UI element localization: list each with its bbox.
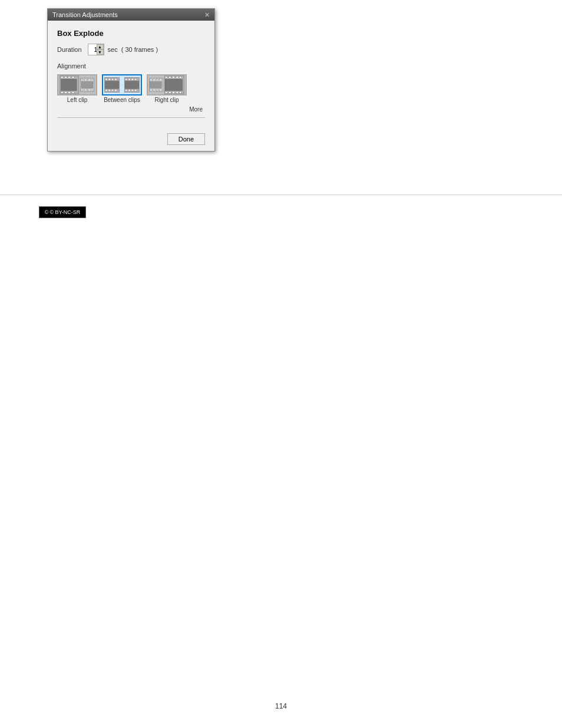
svg-rect-7 (68, 92, 71, 94)
svg-rect-40 (153, 79, 156, 81)
duration-input-wrap[interactable]: ▲ ▼ (88, 44, 104, 55)
page-number: 114 (275, 702, 287, 710)
duration-frames: ( 30 frames ) (121, 46, 158, 53)
svg-rect-9 (61, 79, 77, 91)
svg-rect-5 (61, 92, 63, 94)
left-clip-icon (57, 74, 97, 95)
svg-rect-35 (131, 90, 134, 91)
svg-rect-23 (105, 90, 108, 91)
between-clips-label: Between clips (104, 97, 140, 104)
svg-rect-29 (125, 78, 127, 80)
svg-rect-25 (111, 90, 114, 91)
svg-rect-12 (84, 79, 87, 81)
svg-rect-33 (125, 90, 127, 91)
svg-rect-51 (173, 77, 175, 78)
svg-rect-4 (72, 77, 74, 78)
svg-rect-22 (115, 78, 117, 80)
svg-rect-2 (65, 77, 67, 78)
svg-rect-13 (88, 79, 91, 81)
cc-license-badge: © © BY-NC-SR (39, 206, 86, 218)
divider (57, 117, 205, 118)
svg-rect-39 (150, 79, 153, 81)
done-button[interactable]: Done (167, 133, 205, 145)
svg-rect-15 (84, 89, 87, 91)
left-clip-option[interactable]: Left clip (57, 74, 97, 104)
svg-rect-19 (105, 78, 108, 80)
duration-row: Duration ▲ ▼ sec ( 30 frames ) (57, 44, 205, 55)
alignment-label: Alignment (57, 62, 205, 70)
svg-rect-20 (108, 78, 111, 80)
svg-rect-44 (153, 89, 156, 91)
svg-rect-53 (179, 77, 181, 78)
duration-unit: sec (108, 46, 118, 53)
svg-rect-54 (165, 92, 167, 94)
svg-rect-21 (111, 78, 114, 80)
svg-rect-50 (169, 77, 171, 78)
svg-rect-55 (169, 92, 171, 94)
transition-adjustments-dialog: Transition Adjustments ✕ Box Explode Dur… (47, 8, 215, 151)
svg-rect-16 (88, 89, 91, 91)
more-text[interactable]: More (57, 106, 205, 113)
alignment-options: Left clip (57, 74, 205, 104)
svg-rect-1 (61, 77, 63, 78)
between-clips-option[interactable]: Between clips (102, 74, 142, 104)
cc-text: © BY-NC-SR (49, 209, 80, 215)
dialog-titlebar: Transition Adjustments ✕ (48, 9, 214, 21)
svg-rect-27 (105, 81, 119, 88)
svg-rect-24 (108, 90, 111, 91)
svg-rect-45 (156, 89, 158, 91)
svg-rect-52 (176, 77, 178, 78)
close-button[interactable]: ✕ (204, 12, 210, 18)
spinner-up[interactable]: ▲ (97, 44, 104, 50)
dialog-body: Box Explode Duration ▲ ▼ sec ( 30 frames… (48, 21, 214, 130)
svg-rect-3 (68, 77, 71, 78)
svg-rect-6 (65, 92, 67, 94)
svg-rect-49 (165, 77, 167, 78)
section-title: Box Explode (57, 29, 205, 38)
dialog-footer: Done (48, 130, 214, 151)
left-clip-label: Left clip (67, 97, 87, 104)
svg-rect-59 (165, 79, 182, 91)
svg-rect-43 (150, 89, 153, 91)
svg-rect-46 (160, 89, 162, 91)
dialog-title: Transition Adjustments (52, 11, 118, 18)
svg-rect-56 (173, 92, 175, 94)
svg-rect-34 (128, 90, 131, 91)
svg-rect-42 (160, 79, 162, 81)
svg-rect-58 (179, 92, 181, 94)
svg-rect-41 (156, 79, 158, 81)
right-clip-label: Right clip (154, 97, 178, 104)
duration-label: Duration (57, 46, 82, 53)
svg-rect-37 (125, 81, 138, 88)
svg-rect-47 (150, 82, 162, 88)
svg-rect-14 (81, 89, 83, 91)
between-clips-icon (102, 74, 142, 95)
cc-icon: © (45, 209, 49, 215)
svg-rect-36 (134, 90, 137, 91)
svg-rect-8 (72, 92, 74, 94)
svg-rect-11 (81, 79, 83, 81)
right-clip-icon (147, 74, 187, 95)
svg-rect-26 (115, 90, 117, 91)
svg-rect-17 (81, 82, 93, 88)
right-clip-option[interactable]: Right clip (147, 74, 187, 104)
duration-spinner: ▲ ▼ (97, 44, 104, 55)
spinner-down[interactable]: ▼ (97, 50, 104, 55)
svg-rect-31 (131, 78, 134, 80)
svg-rect-32 (134, 78, 137, 80)
svg-rect-57 (176, 92, 178, 94)
page-separator (0, 195, 562, 195)
svg-rect-30 (128, 78, 131, 80)
